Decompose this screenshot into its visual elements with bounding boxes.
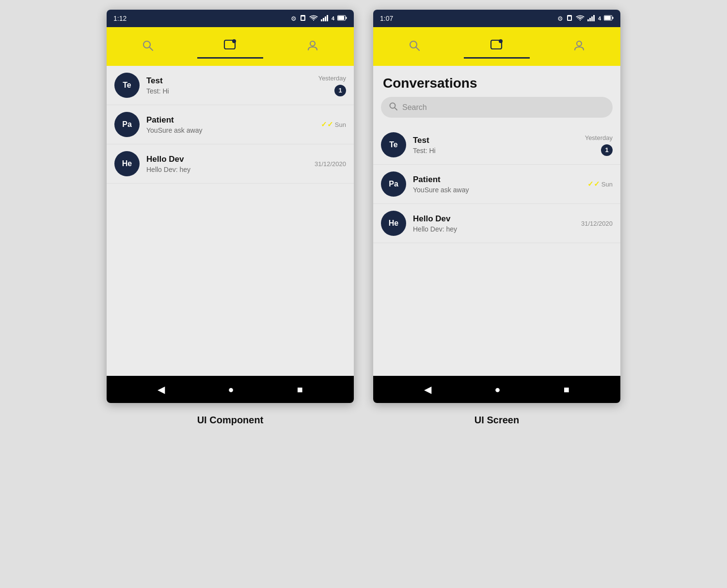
left-battery-icon [337,15,347,22]
left-home-button[interactable]: ● [224,380,237,399]
left-conv-meta-test: Yesterday 1 [318,75,346,96]
left-settings-icon: ⚙ [291,15,297,22]
left-nav-profile[interactable] [271,39,354,59]
right-status-time: 1:07 [380,15,393,22]
left-conversation-item-patient[interactable]: Pa Patient YouSure ask away ✓✓ Sun [107,105,354,144]
left-conv-name-hellodev: Hello Dev [146,155,308,164]
svg-point-12 [232,39,236,43]
left-back-button[interactable]: ◀ [154,380,169,399]
svg-rect-17 [589,18,591,21]
svg-line-24 [416,47,419,50]
svg-point-26 [499,39,503,43]
left-double-tick-patient: ✓✓ [321,120,333,129]
left-recents-button[interactable]: ■ [293,380,307,399]
left-status-icons: ⚙ 4 [291,15,347,23]
left-avatar-test: Te [114,73,140,98]
left-phone: 1:12 ⚙ [107,10,354,403]
right-phone-wrapper: 1:07 ⚙ 4 [373,10,620,426]
right-conv-name-hellodev: Hello Dev [413,214,574,224]
right-chat-nav-icon [490,39,504,55]
left-status-time: 1:12 [113,15,126,22]
left-conv-preview-test: Test: Hi [146,87,312,95]
right-conv-preview-patient: YouSure ask away [413,186,581,194]
right-conv-time-test: Yesterday [585,134,613,141]
right-app-bar [373,27,620,66]
svg-point-13 [310,41,315,46]
right-settings-icon: ⚙ [557,15,563,22]
left-conversation-item-hellodev[interactable]: He Hello Dev Hello Dev: hey 31/12/2020 [107,144,354,184]
right-conversation-info-hellodev: Hello Dev Hello Dev: hey [413,214,574,233]
left-conv-time-patient: Sun [335,121,346,128]
left-phone-wrapper: 1:12 ⚙ [107,10,354,426]
svg-rect-22 [612,16,613,19]
right-conv-preview-test: Test: Hi [413,147,578,155]
left-wifi-icon [309,15,318,23]
left-conversation-info-hellodev: Hello Dev Hello Dev: hey [146,155,308,173]
left-conv-time-test: Yesterday [318,75,346,82]
left-conversation-info-test: Test Test: Hi [146,76,312,95]
svg-rect-8 [346,16,347,19]
svg-rect-3 [323,18,324,21]
right-nav-profile[interactable] [538,39,620,59]
svg-rect-1 [301,16,304,20]
right-conversation-list: Te Test Test: Hi Yesterday 1 Pa Patient [373,125,620,243]
right-search-placeholder: Search [402,103,427,112]
right-conversation-info-patient: Patient YouSure ask away [413,175,581,194]
svg-rect-4 [325,16,326,21]
right-phone-label: UI Screen [474,415,519,426]
right-sim-icon [566,15,573,23]
right-conv-meta-test: Yesterday 1 [585,134,613,156]
right-signal-icon [587,15,595,23]
right-nav-search[interactable] [373,39,456,59]
right-conversation-info-test: Test Test: Hi [413,136,578,155]
left-nav-search[interactable] [107,39,189,59]
right-recents-button[interactable]: ■ [560,380,573,399]
left-unread-badge-test: 1 [334,85,346,96]
right-conv-time-patient: Sun [601,181,613,188]
right-battery-icon [604,15,614,22]
right-search-icon [389,102,397,113]
svg-rect-15 [568,16,571,20]
right-conv-name-test: Test [413,136,578,145]
left-conv-name-test: Test [146,76,312,86]
left-phone-label: UI Component [197,415,264,426]
right-nav-bar: ◀ ● ■ [373,376,620,403]
left-sim-icon [300,15,306,23]
left-nav-chat[interactable] [189,39,271,59]
right-nav-chat[interactable] [456,39,538,59]
right-avatar-patient: Pa [381,171,406,197]
right-search-nav-icon [408,39,421,55]
left-search-nav-icon [142,39,154,55]
left-signal-icon [321,15,329,23]
left-conversation-list: Te Test Test: Hi Yesterday 1 Pa Patient [107,66,354,184]
right-avatar-hellodev: He [381,211,406,236]
right-search-bar[interactable]: Search [381,97,613,118]
left-conv-preview-hellodev: Hello Dev: hey [146,166,308,173]
svg-rect-7 [338,15,344,19]
left-content: Te Test Test: Hi Yesterday 1 Pa Patient [107,66,354,376]
left-app-bar [107,27,354,66]
right-conversation-item-test[interactable]: Te Test Test: Hi Yesterday 1 [373,125,620,165]
right-profile-nav-icon [573,39,585,55]
right-conv-preview-hellodev: Hello Dev: hey [413,225,574,233]
left-chat-nav-icon [223,39,237,55]
svg-rect-16 [587,19,589,21]
right-conversation-item-patient[interactable]: Pa Patient YouSure ask away ✓✓ Sun [373,165,620,204]
left-conversation-item-test[interactable]: Te Test Test: Hi Yesterday 1 [107,66,354,105]
left-conv-preview-patient: YouSure ask away [146,126,314,134]
right-double-tick-patient: ✓✓ [587,180,600,188]
right-avatar-test: Te [381,132,406,157]
left-profile-nav-icon [306,39,319,55]
left-status-bar: 1:12 ⚙ [107,10,354,27]
right-home-button[interactable]: ● [490,380,504,399]
right-status-icons: ⚙ 4 [557,15,614,23]
left-avatar-patient: Pa [114,112,140,137]
svg-point-27 [577,41,582,46]
svg-rect-21 [604,15,611,19]
right-status-bar: 1:07 ⚙ 4 [373,10,620,27]
right-conversation-item-hellodev[interactable]: He Hello Dev Hello Dev: hey 31/12/2020 [373,204,620,243]
right-back-button[interactable]: ◀ [420,380,435,399]
left-conv-name-patient: Patient [146,115,314,125]
right-conv-name-patient: Patient [413,175,581,185]
svg-line-10 [149,47,153,50]
